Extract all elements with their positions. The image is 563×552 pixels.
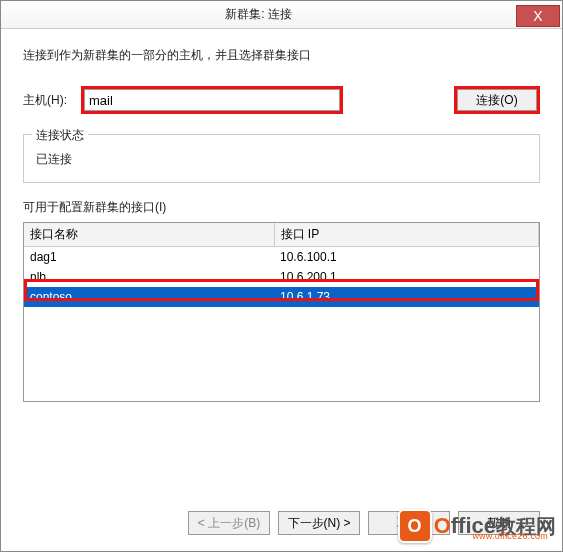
column-header-name[interactable]: 接口名称	[24, 223, 274, 247]
close-button[interactable]: X	[516, 5, 560, 27]
host-label: 主机(H):	[23, 92, 81, 109]
status-group-title: 连接状态	[32, 127, 88, 144]
next-button[interactable]: 下一步(N) >	[278, 511, 360, 535]
cell-interface-name: dag1	[24, 247, 274, 268]
back-button[interactable]: < 上一步(B)	[188, 511, 270, 535]
status-group: 连接状态 已连接	[23, 134, 540, 183]
window-title: 新群集: 连接	[1, 6, 516, 23]
table-row[interactable]: dag110.6.100.1	[24, 247, 539, 268]
interfaces-label: 可用于配置新群集的接口(I)	[23, 199, 540, 216]
cell-interface-ip: 10.6.100.1	[274, 247, 539, 268]
help-button[interactable]: 帮助	[458, 511, 540, 535]
cancel-button[interactable]: 取消	[368, 511, 450, 535]
wizard-buttons: < 上一步(B) 下一步(N) > 取消 帮助	[1, 511, 562, 535]
cell-interface-ip: 10.6.1.73	[274, 287, 539, 307]
cell-interface-name: contoso	[24, 287, 274, 307]
cell-interface-ip: 10.6.200.1	[274, 267, 539, 287]
description-text: 连接到作为新群集的一部分的主机，并且选择群集接口	[23, 47, 540, 64]
close-icon: X	[533, 8, 542, 24]
column-header-ip[interactable]: 接口 IP	[274, 223, 539, 247]
table-row[interactable]: contoso10.6.1.73	[24, 287, 539, 307]
interfaces-table[interactable]: 接口名称 接口 IP dag110.6.100.1nlb10.6.200.1co…	[23, 222, 540, 402]
table-row[interactable]: nlb10.6.200.1	[24, 267, 539, 287]
cell-interface-name: nlb	[24, 267, 274, 287]
host-input[interactable]	[84, 89, 340, 111]
connect-button[interactable]: 连接(O)	[457, 89, 537, 111]
status-value: 已连接	[36, 145, 527, 168]
titlebar: 新群集: 连接 X	[1, 1, 562, 29]
